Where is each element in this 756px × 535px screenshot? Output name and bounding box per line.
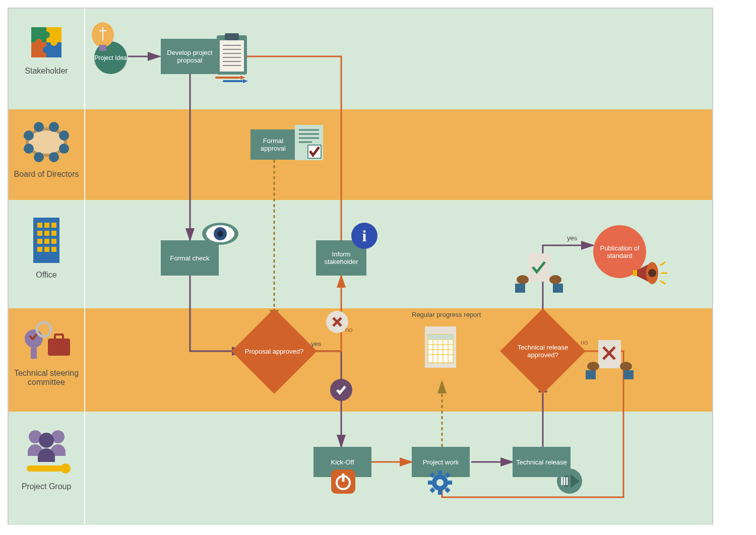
meeting-table-icon [19, 114, 74, 167]
lane-board [9, 109, 712, 200]
label-pg: Project Group [9, 424, 84, 491]
svg-point-103 [587, 362, 599, 371]
svg-marker-56 [240, 76, 245, 80]
megaphone-icon [631, 258, 669, 291]
svg-point-41 [39, 433, 54, 448]
node-formal-approval: Formal approval [250, 129, 296, 160]
edge-no-1: no [345, 326, 352, 333]
svg-rect-36 [49, 328, 52, 330]
svg-line-112 [660, 281, 665, 284]
svg-rect-74 [438, 490, 442, 495]
label-office: Office [9, 213, 84, 280]
svg-rect-27 [37, 247, 42, 252]
lane-divider [84, 9, 85, 524]
svg-rect-19 [44, 223, 49, 228]
svg-point-16 [49, 152, 59, 162]
svg-rect-26 [51, 239, 56, 244]
svg-point-81 [436, 479, 444, 486]
node-proposal-approved-text: Proposal approved? [245, 348, 303, 355]
svg-point-15 [34, 152, 44, 162]
svg-point-108 [648, 269, 656, 277]
svg-point-68 [217, 231, 223, 237]
svg-rect-76 [447, 481, 452, 485]
svg-rect-106 [623, 370, 634, 379]
svg-rect-20 [51, 223, 56, 228]
clipboard-icon [213, 31, 253, 84]
hands-check-icon [515, 249, 563, 295]
svg-rect-73 [438, 471, 442, 476]
svg-point-98 [517, 275, 529, 284]
node-proposal-approved: Proposal approved? [244, 321, 304, 381]
svg-point-11 [24, 144, 34, 154]
svg-rect-96 [428, 335, 453, 340]
label-progress-report: Regular progress report [412, 311, 481, 318]
node-project-idea-text: Project Idea [94, 54, 127, 61]
arrow-circle-icon [555, 467, 584, 495]
edge-no-2: no [581, 339, 588, 346]
svg-rect-22 [44, 231, 49, 236]
edge-yes-1: yes [311, 340, 321, 348]
svg-point-32 [37, 322, 51, 337]
document-check-icon [291, 122, 329, 165]
svg-point-104 [620, 362, 632, 371]
svg-point-13 [34, 122, 44, 132]
spreadsheet-icon [422, 323, 460, 371]
label-pg-text: Project Group [22, 482, 72, 491]
svg-point-6 [35, 39, 42, 46]
svg-rect-37 [48, 339, 70, 356]
briefcase-icon [19, 318, 74, 366]
puzzle-icon [25, 21, 68, 64]
svg-rect-23 [51, 231, 56, 236]
svg-point-43 [60, 463, 71, 474]
label-office-text: Office [36, 271, 57, 279]
label-board-text: Board of Directors [14, 170, 79, 178]
swimlane-diagram: Stakeholder Board of Directors Office Te… [8, 8, 713, 525]
svg-point-14 [49, 122, 59, 132]
node-project-work-text: Project work [423, 458, 459, 466]
svg-rect-33 [43, 321, 45, 324]
team-icon [18, 424, 76, 480]
svg-rect-25 [44, 239, 49, 244]
svg-rect-105 [586, 370, 596, 379]
node-kickoff-text: Kick-Off [331, 458, 354, 466]
svg-rect-34 [43, 335, 45, 338]
svg-rect-45 [99, 45, 106, 51]
building-icon [26, 213, 67, 268]
gear-icon [427, 470, 453, 496]
svg-line-110 [660, 262, 665, 265]
label-tsc-text: Technical steering committee [14, 369, 79, 386]
svg-rect-42 [27, 465, 63, 472]
svg-rect-48 [225, 33, 239, 40]
svg-point-4 [43, 31, 50, 38]
info-icon: i [351, 223, 377, 249]
svg-rect-21 [37, 231, 42, 236]
svg-rect-31 [31, 346, 37, 359]
label-board: Board of Directors [9, 114, 84, 179]
node-formal-approval-text: Formal approval [254, 137, 293, 152]
node-publication-text: Publication of standard [597, 244, 642, 259]
svg-point-10 [59, 130, 69, 141]
svg-rect-35 [35, 328, 38, 330]
svg-point-9 [24, 130, 34, 141]
svg-rect-101 [553, 284, 563, 293]
node-technical-release-text: Technical release [516, 458, 566, 466]
node-formal-check-text: Formal check [170, 254, 209, 262]
svg-point-12 [59, 144, 69, 154]
power-icon [331, 470, 355, 494]
svg-marker-58 [243, 79, 248, 83]
svg-rect-18 [37, 223, 42, 228]
node-tech-release-approved-text: Technical release approved? [513, 344, 573, 359]
svg-rect-38 [55, 335, 63, 340]
label-stakeholder-text: Stakeholder [25, 66, 68, 75]
node-tech-release-approved: Technical release approved? [513, 321, 573, 381]
svg-rect-24 [37, 239, 42, 244]
svg-rect-57 [223, 80, 243, 82]
svg-point-5 [50, 39, 57, 46]
bulb-icon [89, 20, 117, 55]
svg-rect-109 [633, 270, 637, 276]
label-stakeholder: Stakeholder [9, 21, 84, 76]
node-inform-text: Inform stakeholder [319, 250, 363, 265]
hands-cross-icon [586, 336, 634, 381]
svg-point-7 [43, 46, 50, 53]
svg-rect-75 [428, 481, 433, 485]
